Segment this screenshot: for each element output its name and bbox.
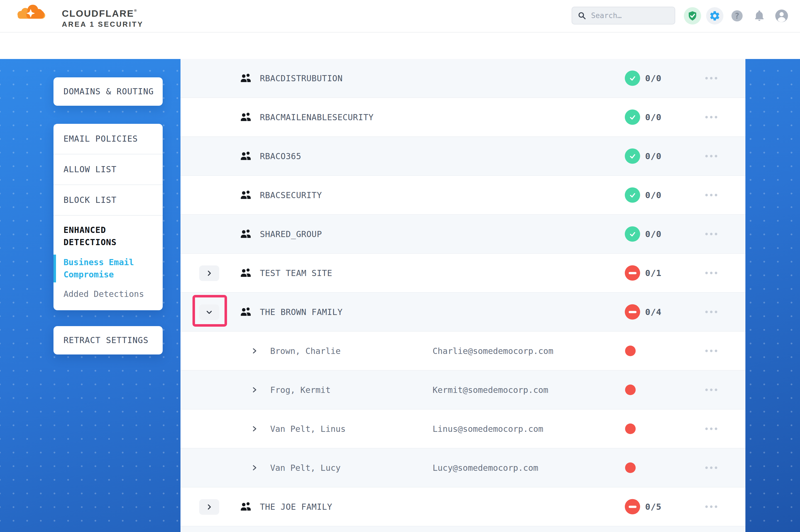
chevron-right-icon[interactable] [251,464,258,471]
settings-tab-bar [0,32,800,59]
group-icon [240,73,252,83]
sidebar-card-policies: EMAIL POLICIES ALLOW LIST BLOCK LIST ENH… [54,124,163,310]
status-badge [625,71,640,86]
groups-table-panel: RBACDISTRUBUTION 0/0 RBACMAILENABLESECUR… [181,59,745,532]
row-menu-button[interactable] [705,77,717,80]
status-badge [625,149,640,164]
sidebar-card-retract: RETRACT SETTINGS [54,326,163,355]
table-row-member: Van Pelt, Lucy Lucy@somedemocorp.com [181,449,745,488]
status-badge [625,227,640,242]
check-icon [629,74,637,82]
status-badge [625,304,640,320]
check-icon [629,152,637,160]
group-icon [240,190,252,200]
table-row: SHARED_GROUP 0/0 [181,215,745,254]
row-menu-button[interactable] [705,116,717,118]
app-window: CLOUDFLARE® AREA 1 SECURITY [0,0,800,532]
row-menu-button[interactable] [705,194,717,196]
member-name: Brown, Charlie [270,346,341,356]
row-menu-button[interactable] [705,272,717,274]
top-nav [131,0,184,32]
status-dot [625,462,636,473]
group-name: RBACSECURITY [260,190,322,200]
chevron-right-icon[interactable] [251,386,258,394]
status-badge [625,110,640,125]
member-count: 0/5 [645,502,661,512]
table-row-member: Van Pelt, Linus Linus@somedemocorp.com [181,410,745,449]
member-name: Van Pelt, Linus [270,424,346,434]
group-icon [240,502,252,512]
member-name: Frog, Kermit [270,385,331,395]
table-row-partial [181,527,745,532]
sidebar-item-added-detections[interactable]: Added Detections [54,288,163,310]
table-row: RBACDISTRUBUTION 0/0 [181,59,745,98]
member-name: Van Pelt, Lucy [270,463,341,473]
check-icon [629,113,637,121]
member-count: 0/1 [645,268,661,278]
help-icon[interactable]: ? [728,7,746,24]
member-count: 0/4 [645,307,661,317]
app-header: CLOUDFLARE® AREA 1 SECURITY [0,0,800,33]
table-row: THE JOE FAMILY 0/5 [181,488,745,527]
table-row: TEST TEAM SITE 0/1 [181,254,745,293]
avatar-icon[interactable] [773,7,790,24]
minus-icon [629,272,636,274]
status-badge [625,265,640,281]
chevron-right-icon[interactable] [251,425,258,432]
member-count: 0/0 [645,151,661,161]
check-icon [629,191,637,199]
sidebar-item-enhanced-detections[interactable]: ENHANCED DETECTIONS [54,216,163,248]
member-count: 0/0 [645,190,661,200]
row-menu-button[interactable] [705,467,717,469]
member-email: Lucy@somedemocorp.com [433,463,538,473]
expand-button[interactable] [199,499,219,515]
status-badge [625,188,640,203]
table-row: RBACSECURITY 0/0 [181,176,745,215]
minus-icon [629,506,636,508]
search-box[interactable] [571,7,675,24]
expand-button[interactable] [199,304,219,320]
sidebar-item-allow-list[interactable]: ALLOW LIST [54,154,163,185]
group-name: RBACO365 [260,151,302,161]
row-menu-button[interactable] [705,155,717,157]
check-icon [629,230,637,238]
search-input[interactable] [590,11,664,20]
gear-icon[interactable] [706,7,723,24]
group-name: RBACDISTRUBUTION [260,74,343,83]
minus-icon [629,311,636,313]
member-email: Linus@somedemocorp.com [433,424,543,434]
expand-button[interactable] [199,265,219,281]
sidebar-item-retract-settings[interactable]: RETRACT SETTINGS [54,326,163,355]
group-name: SHARED_GROUP [260,229,322,239]
status-badge [625,499,640,514]
sidebar-item-business-email-compromise[interactable]: Business Email Compromise [54,256,163,281]
sidebar-card-domains: DOMAINS & ROUTING [54,77,163,106]
chevron-right-icon [205,504,213,511]
table-row-member: Frog, Kermit Kermit@somedemocorp.com [181,370,745,410]
cloudflare-cloud-icon [15,3,47,21]
row-menu-button[interactable] [705,233,717,235]
group-name: THE JOE FAMILY [260,502,332,512]
group-name: RBACMAILENABLESECURITY [260,112,374,122]
shield-check-icon[interactable] [684,7,701,24]
header-icon-cluster: ? [684,7,790,24]
chevron-down-icon [205,308,213,316]
sidebar-item-domains-routing[interactable]: DOMAINS & ROUTING [54,77,163,106]
chevron-right-icon[interactable] [251,347,258,355]
group-icon [240,112,252,122]
group-icon [240,151,252,161]
row-menu-button[interactable] [705,428,717,430]
search-icon [578,12,586,20]
svg-text:?: ? [735,12,740,21]
table-row: THE BROWN FAMILY 0/4 [181,293,745,332]
bell-icon[interactable] [751,7,768,24]
row-menu-button[interactable] [705,350,717,352]
row-menu-button[interactable] [705,311,717,313]
row-menu-button[interactable] [705,506,717,508]
member-email: Kermit@somedemocorp.com [433,385,548,395]
row-menu-button[interactable] [705,389,717,391]
sidebar-item-email-policies[interactable]: EMAIL POLICIES [54,124,163,154]
group-icon [240,229,252,239]
sidebar-item-block-list[interactable]: BLOCK LIST [54,185,163,216]
table-row-member: Brown, Charlie Charlie@somedemocorp.com [181,332,745,370]
